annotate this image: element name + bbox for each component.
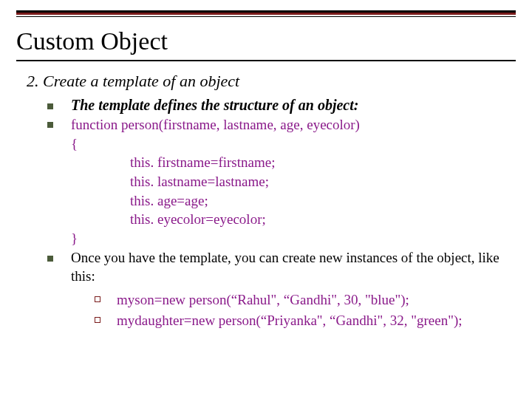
- square-bullet-icon: [47, 256, 53, 262]
- code-line: mydaughter=new person(“Priyanka", “Gandh…: [117, 311, 505, 330]
- title-underline: [16, 60, 516, 61]
- code-line: this. eyecolor=eyecolor;: [71, 210, 505, 229]
- list-item-text: Once you have the template, you can crea…: [71, 249, 505, 285]
- code-line: this. firstname=firstname;: [71, 153, 505, 172]
- sub-bullet-list: myson=new person(“Rahul", “Gandhi", 30, …: [95, 290, 505, 330]
- code-line: function person(firstname, lastname, age…: [71, 115, 505, 134]
- list-item: function person(firstname, lastname, age…: [47, 115, 505, 248]
- list-item-body: Once you have the template, you can crea…: [71, 249, 505, 331]
- open-square-bullet-icon: [95, 317, 100, 323]
- code-block: function person(firstname, lastname, age…: [71, 115, 505, 248]
- rule-red: [16, 13, 516, 15]
- bullet-list: The template defines the structure of an…: [47, 97, 505, 331]
- open-square-bullet-icon: [95, 296, 100, 302]
- slide-title: Custom Object: [16, 27, 516, 55]
- code-line: {: [71, 134, 505, 154]
- list-item: Once you have the template, you can crea…: [47, 249, 505, 331]
- rule-thin: [16, 16, 516, 17]
- slide-body: 2. Create a template of an object The te…: [0, 72, 532, 331]
- code-line: myson=new person(“Rahul", “Gandhi", 30, …: [117, 290, 505, 310]
- code-line: this. lastname=lastname;: [71, 172, 505, 191]
- slide-top-rule: [16, 10, 516, 17]
- list-item: The template defines the structure of an…: [47, 97, 505, 114]
- square-bullet-icon: [47, 122, 53, 128]
- square-bullet-icon: [47, 103, 53, 109]
- list-item: myson=new person(“Rahul", “Gandhi", 30, …: [95, 290, 505, 310]
- code-line: this. age=age;: [71, 191, 505, 211]
- list-item: mydaughter=new person(“Priyanka", “Gandh…: [95, 311, 505, 330]
- list-item-text: The template defines the structure of an…: [71, 97, 505, 114]
- code-line: }: [71, 229, 505, 248]
- section-heading: 2. Create a template of an object: [27, 72, 505, 91]
